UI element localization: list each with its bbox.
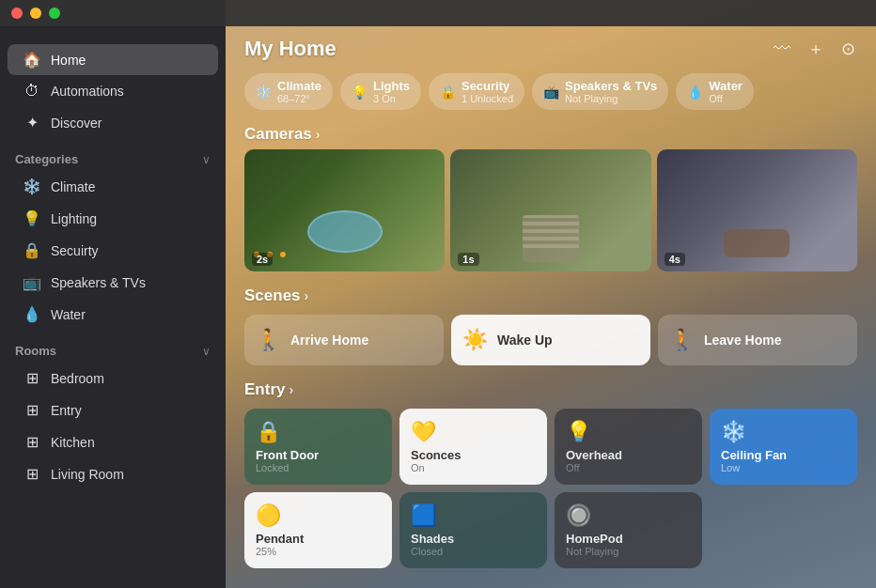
- garage-visual: [523, 215, 579, 262]
- device-sconces[interactable]: 💛 Sconces On: [399, 409, 547, 485]
- sidebar-label-lighting: Lighting: [51, 211, 97, 226]
- homepod-icon: 🔘: [566, 503, 691, 528]
- climate-pill-icon: ❄️: [256, 85, 272, 100]
- sidebar-item-kitchen[interactable]: ⊞ Kitchen: [8, 426, 218, 457]
- scenes-section-header[interactable]: Scenes ›: [226, 281, 876, 311]
- speakers-tvs-pill-icon: 📺: [543, 85, 559, 100]
- pendant-icon: 🟡: [256, 503, 381, 528]
- scene-wake-up[interactable]: ☀️ Wake Up: [451, 315, 650, 365]
- cam2-timestamp: 1s: [458, 253, 478, 266]
- scenes-chevron: ›: [305, 288, 309, 303]
- climate-icon: ❄️: [23, 178, 41, 195]
- rooms-chevron: ∨: [202, 345, 211, 358]
- sidebar-item-home[interactable]: 🏠 Home: [8, 44, 218, 75]
- sidebar-item-speakers-tvs[interactable]: 📺 Speakers & TVs: [8, 267, 218, 298]
- sidebar-label-bedroom: Bedroom: [51, 371, 104, 386]
- leave-home-icon: 🚶: [669, 328, 695, 352]
- sidebar-item-bedroom[interactable]: ⊞ Bedroom: [8, 363, 218, 394]
- living-room-icon: ⊞: [23, 465, 41, 483]
- sidebar-nav: 🏠 Home ⏱ Automations ✦ Discover Categori…: [0, 36, 226, 498]
- pool-visual: [307, 210, 383, 253]
- scene-arrive-home[interactable]: 🚶 Arrive Home: [244, 315, 444, 365]
- close-button[interactable]: [11, 8, 23, 19]
- security-icon: 🔒: [23, 241, 41, 259]
- sidebar-label-entry: Entry: [51, 403, 82, 418]
- rooms-section-header[interactable]: Rooms ∨: [0, 331, 226, 362]
- cam1-timestamp: 2s: [252, 253, 273, 266]
- sidebar-item-lighting[interactable]: 💡 Lighting: [8, 203, 218, 234]
- sidebar: 🏠 Home ⏱ Automations ✦ Discover Categori…: [0, 0, 226, 588]
- sidebar-label-security: Secuirty: [51, 243, 99, 258]
- pill-speakers-tvs[interactable]: 📺 Speakers & TVs Not Playing: [532, 73, 668, 110]
- water-pill-icon: 💧: [687, 85, 703, 100]
- sidebar-label-speakers-tvs: Speakers & TVs: [51, 275, 146, 290]
- water-icon: 💧: [23, 305, 41, 323]
- sidebar-label-living-room: Living Room: [51, 467, 124, 482]
- couch-visual: [724, 229, 790, 257]
- page-title: My Home: [244, 37, 336, 61]
- sidebar-label-kitchen: Kitchen: [51, 435, 95, 450]
- camera-2[interactable]: 1s: [450, 149, 650, 271]
- arrive-home-icon: 🚶: [256, 328, 281, 352]
- sidebar-item-water[interactable]: 💧 Water: [8, 299, 218, 330]
- device-front-door[interactable]: 🔒 Front Door Locked: [244, 409, 392, 485]
- entry-label: Entry: [244, 380, 285, 399]
- pill-water[interactable]: 💧 Water Off: [676, 73, 754, 110]
- categories-section-header[interactable]: Categories ∨: [0, 139, 226, 170]
- sidebar-label-home: Home: [51, 53, 86, 68]
- add-button[interactable]: ＋: [806, 36, 826, 62]
- pill-security[interactable]: 🔒 Security 1 Unlocked: [429, 73, 524, 110]
- entry-section-header[interactable]: Entry ›: [226, 375, 876, 405]
- garage-door: [523, 215, 579, 248]
- camera-3[interactable]: 4s: [657, 149, 857, 271]
- scenes-row: 🚶 Arrive Home ☀️ Wake Up 🚶 Leave Home: [226, 311, 876, 375]
- minimize-button[interactable]: [30, 8, 41, 19]
- shades-icon: 🟦: [411, 503, 536, 528]
- device-shades[interactable]: 🟦 Shades Closed: [399, 492, 547, 568]
- sidebar-label-climate: Climate: [51, 179, 95, 194]
- device-grid: 🔒 Front Door Locked 💛 Sconces On 💡 Overh…: [226, 405, 876, 583]
- wake-up-icon: ☀️: [462, 328, 488, 352]
- pill-climate[interactable]: ❄️ Climate 68–72°: [244, 73, 333, 110]
- sconces-icon: 💛: [411, 420, 536, 444]
- waveform-button[interactable]: 〰: [772, 38, 792, 61]
- kitchen-icon: ⊞: [23, 433, 41, 451]
- discover-icon: ✦: [23, 114, 41, 132]
- front-door-icon: 🔒: [256, 420, 381, 444]
- sidebar-item-climate[interactable]: ❄️ Climate: [8, 171, 218, 202]
- sidebar-item-discover[interactable]: ✦ Discover: [8, 107, 218, 138]
- camera-1[interactable]: 2s: [244, 149, 445, 271]
- sidebar-item-living-room[interactable]: ⊞ Living Room: [8, 458, 218, 489]
- device-overhead[interactable]: 💡 Overhead Off: [555, 409, 702, 485]
- automations-icon: ⏱: [23, 83, 41, 100]
- overhead-icon: 💡: [566, 420, 691, 444]
- scenes-label: Scenes: [244, 286, 301, 305]
- more-button[interactable]: ⊙: [839, 37, 857, 61]
- cameras-chevron: ›: [316, 127, 321, 142]
- categories-chevron: ∨: [202, 153, 211, 166]
- light-3: [280, 252, 286, 257]
- device-ceiling-fan[interactable]: ❄️ Ceiling Fan Low: [710, 409, 857, 485]
- main-content: My Home 〰 ＋ ⊙ ❄️ Climate 68–72° 💡 Lights…: [226, 0, 876, 588]
- scene-leave-home[interactable]: 🚶 Leave Home: [658, 315, 857, 365]
- header-actions: 〰 ＋ ⊙: [772, 36, 857, 62]
- cam3-timestamp: 4s: [665, 253, 685, 266]
- device-homepod[interactable]: 🔘 HomePod Not Playing: [555, 492, 702, 568]
- entry-chevron: ›: [289, 382, 293, 397]
- sidebar-item-entry[interactable]: ⊞ Entry: [8, 395, 218, 426]
- sidebar-label-automations: Automations: [51, 84, 124, 99]
- device-pendant[interactable]: 🟡 Pendant 25%: [244, 492, 392, 568]
- sidebar-item-security[interactable]: 🔒 Secuirty: [8, 235, 218, 266]
- cameras-section-header[interactable]: Cameras ›: [226, 119, 876, 149]
- ceiling-fan-icon: ❄️: [721, 420, 846, 444]
- titlebar: [0, 0, 876, 26]
- pill-lights[interactable]: 💡 Lights 3 On: [340, 73, 421, 110]
- cameras-row: 2s 1s 4s: [226, 149, 876, 281]
- sidebar-item-automations[interactable]: ⏱ Automations: [8, 76, 218, 106]
- entry-icon: ⊞: [23, 401, 41, 419]
- lights-pill-icon: 💡: [352, 85, 368, 100]
- security-pill-icon: 🔒: [440, 85, 456, 100]
- maximize-button[interactable]: [49, 8, 60, 19]
- bedroom-icon: ⊞: [23, 369, 41, 387]
- speakers-tvs-icon: 📺: [23, 273, 41, 291]
